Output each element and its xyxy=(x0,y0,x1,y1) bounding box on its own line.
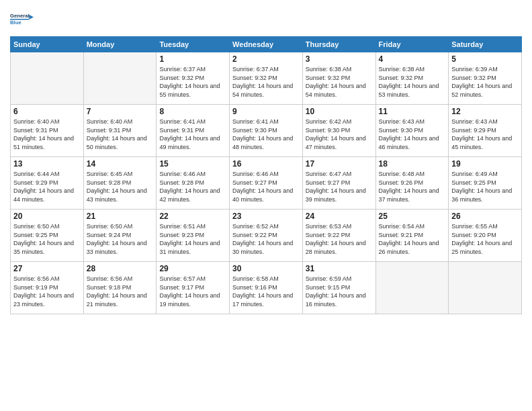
calendar-cell: 13Sunrise: 6:44 AM Sunset: 9:29 PM Dayli… xyxy=(11,157,84,210)
day-number: 2 xyxy=(232,54,300,64)
calendar-week-5: 27Sunrise: 6:56 AM Sunset: 9:19 PM Dayli… xyxy=(11,262,522,314)
calendar-cell: 20Sunrise: 6:50 AM Sunset: 9:25 PM Dayli… xyxy=(11,210,84,262)
header: GeneralBlue xyxy=(10,7,522,31)
calendar-cell: 15Sunrise: 6:46 AM Sunset: 9:28 PM Dayli… xyxy=(157,157,230,210)
calendar-cell: 24Sunrise: 6:53 AM Sunset: 9:22 PM Dayli… xyxy=(302,210,375,262)
day-number: 23 xyxy=(232,212,300,221)
calendar-cell: 9Sunrise: 6:41 AM Sunset: 9:30 PM Daylig… xyxy=(230,105,303,157)
day-number: 13 xyxy=(13,159,81,169)
calendar-cell: 1Sunrise: 6:37 AM Sunset: 9:32 PM Daylig… xyxy=(157,52,230,105)
day-info: Sunrise: 6:50 AM Sunset: 9:24 PM Dayligh… xyxy=(87,222,154,256)
calendar-cell: 18Sunrise: 6:48 AM Sunset: 9:26 PM Dayli… xyxy=(375,157,449,210)
calendar-cell: 12Sunrise: 6:43 AM Sunset: 9:29 PM Dayli… xyxy=(449,105,522,157)
calendar-cell: 2Sunrise: 6:37 AM Sunset: 9:32 PM Daylig… xyxy=(230,52,303,105)
day-info: Sunrise: 6:45 AM Sunset: 9:28 PM Dayligh… xyxy=(87,170,154,203)
calendar-cell: 21Sunrise: 6:50 AM Sunset: 9:24 PM Dayli… xyxy=(83,210,157,262)
day-number: 30 xyxy=(232,264,300,273)
day-number: 11 xyxy=(379,107,446,116)
day-number: 6 xyxy=(13,107,81,116)
calendar-week-2: 6Sunrise: 6:40 AM Sunset: 9:31 PM Daylig… xyxy=(11,105,522,157)
day-number: 7 xyxy=(87,107,154,116)
calendar-cell: 11Sunrise: 6:43 AM Sunset: 9:30 PM Dayli… xyxy=(375,105,449,157)
calendar-week-3: 13Sunrise: 6:44 AM Sunset: 9:29 PM Dayli… xyxy=(11,157,522,210)
calendar-cell: 16Sunrise: 6:46 AM Sunset: 9:27 PM Dayli… xyxy=(230,157,303,210)
day-number: 3 xyxy=(306,54,373,64)
day-info: Sunrise: 6:37 AM Sunset: 9:32 PM Dayligh… xyxy=(232,65,300,99)
calendar-cell: 19Sunrise: 6:49 AM Sunset: 9:25 PM Dayli… xyxy=(449,157,522,210)
svg-marker-1 xyxy=(29,15,34,19)
day-number: 29 xyxy=(159,264,226,273)
calendar-cell: 23Sunrise: 6:52 AM Sunset: 9:22 PM Dayli… xyxy=(230,210,303,262)
weekday-header-row: SundayMondayTuesdayWednesdayThursdayFrid… xyxy=(11,37,522,52)
day-info: Sunrise: 6:40 AM Sunset: 9:31 PM Dayligh… xyxy=(13,118,81,151)
calendar-cell: 5Sunrise: 6:39 AM Sunset: 9:32 PM Daylig… xyxy=(449,52,522,105)
day-number: 28 xyxy=(87,264,154,273)
calendar-week-4: 20Sunrise: 6:50 AM Sunset: 9:25 PM Dayli… xyxy=(11,210,522,262)
day-number: 31 xyxy=(306,264,373,273)
page-container: GeneralBlue SundayMondayTuesdayWednesday… xyxy=(0,0,532,321)
calendar-cell: 22Sunrise: 6:51 AM Sunset: 9:23 PM Dayli… xyxy=(157,210,230,262)
calendar-table: SundayMondayTuesdayWednesdayThursdayFrid… xyxy=(10,36,522,314)
day-info: Sunrise: 6:56 AM Sunset: 9:18 PM Dayligh… xyxy=(87,275,154,308)
weekday-header-thursday: Thursday xyxy=(302,37,375,52)
calendar-cell: 31Sunrise: 6:59 AM Sunset: 9:15 PM Dayli… xyxy=(302,262,375,314)
day-info: Sunrise: 6:58 AM Sunset: 9:16 PM Dayligh… xyxy=(232,275,300,308)
day-number: 20 xyxy=(13,212,81,221)
day-info: Sunrise: 6:38 AM Sunset: 9:32 PM Dayligh… xyxy=(379,65,446,99)
calendar-cell: 17Sunrise: 6:47 AM Sunset: 9:27 PM Dayli… xyxy=(302,157,375,210)
day-info: Sunrise: 6:50 AM Sunset: 9:25 PM Dayligh… xyxy=(13,222,81,256)
calendar-cell: 8Sunrise: 6:41 AM Sunset: 9:31 PM Daylig… xyxy=(157,105,230,157)
calendar-cell: 25Sunrise: 6:54 AM Sunset: 9:21 PM Dayli… xyxy=(375,210,449,262)
day-number: 12 xyxy=(451,107,519,116)
calendar-cell: 4Sunrise: 6:38 AM Sunset: 9:32 PM Daylig… xyxy=(375,52,449,105)
day-info: Sunrise: 6:43 AM Sunset: 9:30 PM Dayligh… xyxy=(379,118,446,151)
day-number: 14 xyxy=(87,159,154,169)
day-info: Sunrise: 6:56 AM Sunset: 9:19 PM Dayligh… xyxy=(13,275,81,308)
day-number: 15 xyxy=(159,159,226,169)
day-number: 22 xyxy=(159,212,226,221)
day-number: 18 xyxy=(379,159,446,169)
day-number: 9 xyxy=(232,107,300,116)
day-info: Sunrise: 6:59 AM Sunset: 9:15 PM Dayligh… xyxy=(306,275,373,308)
day-info: Sunrise: 6:48 AM Sunset: 9:26 PM Dayligh… xyxy=(379,170,446,203)
day-number: 5 xyxy=(451,54,519,64)
day-number: 8 xyxy=(159,107,226,116)
day-number: 17 xyxy=(306,159,373,169)
calendar-cell: 28Sunrise: 6:56 AM Sunset: 9:18 PM Dayli… xyxy=(83,262,157,314)
weekday-header-friday: Friday xyxy=(375,37,449,52)
day-number: 21 xyxy=(87,212,154,221)
day-info: Sunrise: 6:37 AM Sunset: 9:32 PM Dayligh… xyxy=(159,65,226,99)
calendar-cell xyxy=(375,262,449,314)
day-info: Sunrise: 6:47 AM Sunset: 9:27 PM Dayligh… xyxy=(306,170,373,203)
day-number: 16 xyxy=(232,159,300,169)
day-info: Sunrise: 6:55 AM Sunset: 9:20 PM Dayligh… xyxy=(451,222,519,256)
calendar-cell: 29Sunrise: 6:57 AM Sunset: 9:17 PM Dayli… xyxy=(157,262,230,314)
svg-text:General: General xyxy=(10,13,30,19)
day-number: 27 xyxy=(13,264,81,273)
logo: GeneralBlue xyxy=(10,7,34,31)
calendar-cell xyxy=(83,52,157,105)
calendar-cell: 7Sunrise: 6:40 AM Sunset: 9:31 PM Daylig… xyxy=(83,105,157,157)
calendar-cell: 6Sunrise: 6:40 AM Sunset: 9:31 PM Daylig… xyxy=(11,105,84,157)
calendar-cell: 26Sunrise: 6:55 AM Sunset: 9:20 PM Dayli… xyxy=(449,210,522,262)
day-number: 4 xyxy=(379,54,446,64)
day-info: Sunrise: 6:54 AM Sunset: 9:21 PM Dayligh… xyxy=(379,222,446,256)
day-info: Sunrise: 6:40 AM Sunset: 9:31 PM Dayligh… xyxy=(87,118,154,151)
day-number: 10 xyxy=(306,107,373,116)
day-info: Sunrise: 6:39 AM Sunset: 9:32 PM Dayligh… xyxy=(451,65,519,99)
calendar-cell: 30Sunrise: 6:58 AM Sunset: 9:16 PM Dayli… xyxy=(230,262,303,314)
day-info: Sunrise: 6:46 AM Sunset: 9:28 PM Dayligh… xyxy=(159,170,226,203)
calendar-cell xyxy=(11,52,84,105)
day-info: Sunrise: 6:52 AM Sunset: 9:22 PM Dayligh… xyxy=(232,222,300,256)
weekday-header-monday: Monday xyxy=(83,37,157,52)
day-info: Sunrise: 6:44 AM Sunset: 9:29 PM Dayligh… xyxy=(13,170,81,203)
day-info: Sunrise: 6:43 AM Sunset: 9:29 PM Dayligh… xyxy=(451,118,519,151)
day-number: 26 xyxy=(451,212,519,221)
day-info: Sunrise: 6:46 AM Sunset: 9:27 PM Dayligh… xyxy=(232,170,300,203)
calendar-cell: 10Sunrise: 6:42 AM Sunset: 9:30 PM Dayli… xyxy=(302,105,375,157)
calendar-cell: 14Sunrise: 6:45 AM Sunset: 9:28 PM Dayli… xyxy=(83,157,157,210)
day-info: Sunrise: 6:51 AM Sunset: 9:23 PM Dayligh… xyxy=(159,222,226,256)
day-number: 1 xyxy=(159,54,226,64)
calendar-cell: 27Sunrise: 6:56 AM Sunset: 9:19 PM Dayli… xyxy=(11,262,84,314)
day-number: 19 xyxy=(451,159,519,169)
